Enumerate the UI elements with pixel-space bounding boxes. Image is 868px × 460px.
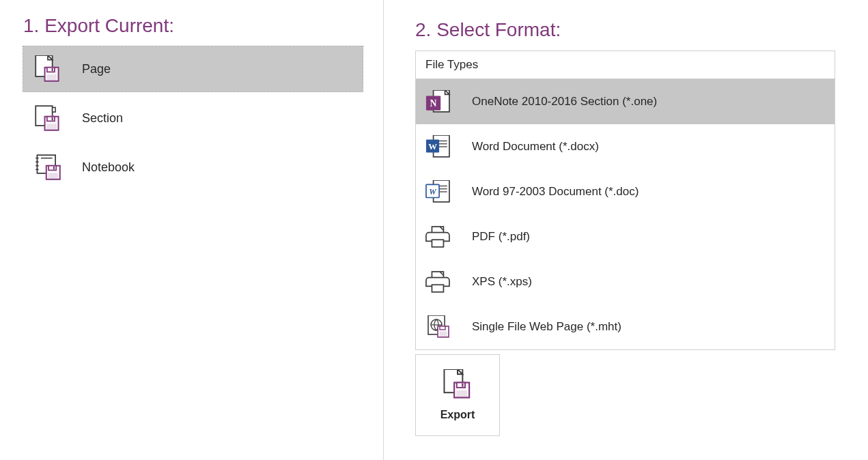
scope-item-label: Notebook xyxy=(70,160,135,175)
file-types-header: File Types xyxy=(416,51,835,79)
mht-webpage-icon xyxy=(425,315,464,339)
format-item-pdf[interactable]: PDF (*.pdf) xyxy=(416,214,835,259)
format-item-docx[interactable]: Word Document (*.docx) xyxy=(416,124,835,169)
export-page-save-icon xyxy=(443,369,473,399)
format-item-mht[interactable]: Single File Web Page (*.mht) xyxy=(416,304,835,349)
word-docx-icon xyxy=(425,135,464,158)
format-item-label: OneNote 2010-2016 Section (*.one) xyxy=(464,95,657,109)
format-item-xps[interactable]: XPS (*.xps) xyxy=(416,259,835,304)
onenote-file-icon xyxy=(425,90,464,113)
format-item-label: Single File Web Page (*.mht) xyxy=(464,320,621,334)
export-scope-pane: 1. Export Current: Page Section Notebook xyxy=(0,0,384,460)
page-save-icon xyxy=(34,55,70,83)
export-button[interactable]: Export xyxy=(415,354,500,436)
scope-item-section[interactable]: Section xyxy=(23,96,363,141)
format-item-label: XPS (*.xps) xyxy=(464,275,532,289)
export-scope-heading: 1. Export Current: xyxy=(23,15,363,37)
scope-item-label: Section xyxy=(70,111,123,126)
format-item-doc[interactable]: Word 97-2003 Document (*.doc) xyxy=(416,169,835,214)
export-format-pane: 2. Select Format: File Types OneNote 201… xyxy=(384,0,868,460)
format-item-label: Word 97-2003 Document (*.doc) xyxy=(464,185,639,199)
notebook-save-icon xyxy=(34,154,70,181)
scope-item-label: Page xyxy=(70,62,111,76)
xps-printer-icon xyxy=(425,270,464,293)
export-format-heading: 2. Select Format: xyxy=(415,19,848,41)
section-save-icon xyxy=(34,104,70,132)
scope-item-notebook[interactable]: Notebook xyxy=(23,145,363,190)
format-item-label: Word Document (*.docx) xyxy=(464,140,599,154)
file-types-group: File Types OneNote 2010-2016 Section (*.… xyxy=(415,51,835,350)
format-item-onenote[interactable]: OneNote 2010-2016 Section (*.one) xyxy=(416,79,835,124)
export-button-label: Export xyxy=(440,409,475,421)
word-doc-icon xyxy=(425,180,464,203)
pdf-printer-icon xyxy=(425,225,464,248)
format-item-label: PDF (*.pdf) xyxy=(464,230,530,244)
scope-item-page[interactable]: Page xyxy=(23,46,363,91)
